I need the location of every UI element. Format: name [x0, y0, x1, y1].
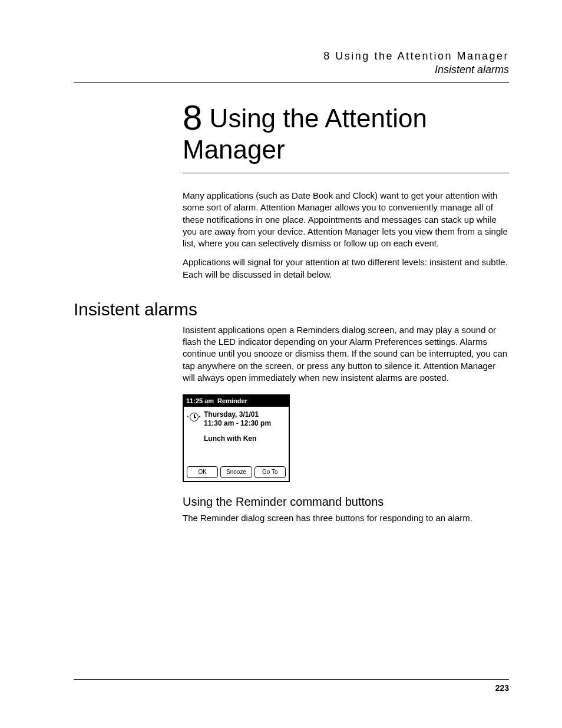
reminder-dialog: 11:25 am Reminder Thursday, 3/1/01 11:30…: [183, 394, 290, 482]
chapter-title-line2: Manager: [183, 135, 285, 164]
subsection-paragraph-1: The Reminder dialog screen has three but…: [183, 512, 509, 524]
dialog-button-row: OK Snooze Go To: [184, 463, 289, 481]
intro-paragraph-1: Many applications (such as Date Book and…: [183, 190, 509, 249]
dialog-datetime: Thursday, 3/1/01 11:30 am - 12:30 pm: [204, 410, 271, 428]
header-rule: [74, 82, 509, 83]
goto-button[interactable]: Go To: [254, 466, 286, 478]
dialog-subject: Lunch with Ken: [204, 434, 285, 443]
dialog-content: Thursday, 3/1/01 11:30 am - 12:30 pm Lun…: [184, 407, 289, 463]
dialog-title: Reminder: [217, 397, 247, 406]
dialog-time: 11:25 am: [186, 397, 214, 406]
footer-rule: [74, 679, 509, 680]
section-body: Insistent applications open a Reminders …: [183, 324, 509, 524]
running-header-line1: 8 Using the Attention Manager: [74, 50, 509, 62]
alarm-clock-icon: [187, 410, 200, 423]
page-footer: 223: [74, 679, 509, 693]
dialog-date: Thursday, 3/1/01: [204, 410, 271, 419]
section-heading-insistent-alarms: Insistent alarms: [74, 299, 509, 319]
page-number: 223: [74, 683, 509, 693]
chapter-title-line1: Using the Attention: [202, 104, 427, 133]
running-header-line2: Insistent alarms: [74, 64, 509, 76]
ok-button[interactable]: OK: [187, 466, 218, 478]
subsection-heading: Using the Reminder command buttons: [183, 494, 509, 510]
dialog-titlebar: 11:25 am Reminder: [184, 396, 289, 407]
section-paragraph-1: Insistent applications open a Reminders …: [183, 324, 509, 384]
intro-paragraph-2: Applications will signal for your attent…: [183, 256, 509, 281]
running-header: 8 Using the Attention Manager Insistent …: [74, 50, 509, 76]
snooze-button[interactable]: Snooze: [220, 466, 252, 478]
chapter-number: 8: [183, 98, 202, 137]
intro-block: Many applications (such as Date Book and…: [183, 190, 509, 281]
chapter-title: 8 Using the Attention Manager: [183, 99, 509, 173]
page: 8 Using the Attention Manager Insistent …: [0, 0, 562, 728]
dialog-range: 11:30 am - 12:30 pm: [204, 419, 271, 428]
